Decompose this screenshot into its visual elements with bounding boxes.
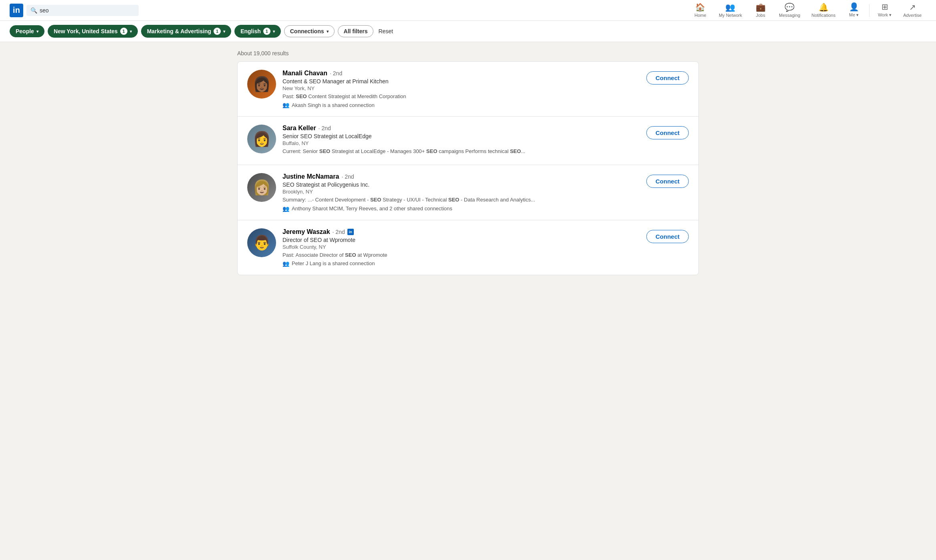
location-filter[interactable]: New York, United States 1 ▾	[48, 25, 138, 38]
person-snippet: Past: Associate Director of SEO at Wprom…	[282, 252, 640, 259]
person-title: SEO Strategist at Policygenius Inc.	[282, 181, 640, 188]
search-bar: 🔍	[26, 5, 139, 16]
reset-button[interactable]: Reset	[378, 28, 393, 34]
nav-divider	[869, 4, 869, 17]
people-filter[interactable]: People ▾	[10, 25, 44, 37]
search-input[interactable]	[40, 7, 135, 14]
main-content: About 19,000 results 👩🏾 Manali Chavan · …	[228, 42, 708, 283]
person-snippet: Current: Senior SEO Strategist at LocalE…	[282, 148, 640, 155]
nav-work-label: Work ▾	[878, 12, 892, 18]
table-row: 👩 Sara Keller · 2nd Senior SEO Strategis…	[238, 117, 698, 165]
shared-connections-icon: 👥	[282, 260, 289, 267]
main-nav: 🏠 Home 👥 My Network 💼 Jobs 💬 Messaging 🔔…	[688, 0, 926, 21]
person-degree: · 2nd	[341, 173, 354, 180]
shared-connections-text: Akash Singh is a shared connection	[292, 102, 375, 108]
linkedin-badge-icon: in	[347, 229, 354, 235]
filter-bar: People ▾ New York, United States 1 ▾ Mar…	[0, 21, 936, 42]
industry-filter[interactable]: Marketing & Advertising 1 ▾	[141, 25, 232, 38]
avatar[interactable]: 👩🏼	[247, 173, 276, 202]
table-row: 👩🏾 Manali Chavan · 2nd Content & SEO Man…	[238, 62, 698, 117]
nav-messaging-label: Messaging	[779, 13, 800, 18]
person-location: Suffolk County, NY	[282, 244, 640, 250]
my-network-icon: 👥	[725, 2, 735, 12]
shared-connections-icon: 👥	[282, 102, 289, 108]
nav-advertise[interactable]: ↗ Advertise	[898, 0, 926, 21]
connections-filter[interactable]: Connections ▾	[284, 25, 335, 37]
industry-chevron-icon: ▾	[223, 29, 225, 34]
person-name[interactable]: Sara Keller	[282, 125, 316, 132]
nav-my-network[interactable]: 👥 My Network	[714, 0, 747, 21]
person-name-line: Sara Keller · 2nd	[282, 125, 640, 132]
connect-button[interactable]: Connect	[646, 126, 689, 139]
nav-messaging[interactable]: 💬 Messaging	[774, 0, 805, 21]
person-location: Brooklyn, NY	[282, 189, 640, 195]
nav-home-label: Home	[694, 13, 706, 18]
location-chevron-icon: ▾	[130, 29, 132, 34]
industry-filter-label: Marketing & Advertising	[147, 28, 212, 34]
shared-connections: 👥 Peter J Lang is a shared connection	[282, 260, 640, 267]
shared-connections: 👥 Anthony Sharot MCIM, Terry Reeves, and…	[282, 205, 640, 212]
shared-connections-icon: 👥	[282, 205, 289, 212]
jobs-icon: 💼	[756, 2, 766, 12]
nav-advertise-label: Advertise	[903, 13, 922, 18]
connect-button[interactable]: Connect	[646, 71, 689, 85]
person-degree: · 2nd	[319, 125, 331, 131]
connect-button[interactable]: Connect	[646, 230, 689, 243]
results-count: About 19,000 results	[237, 50, 699, 56]
advertise-icon: ↗	[909, 2, 916, 12]
person-degree: · 2nd	[330, 70, 342, 77]
person-location: Buffalo, NY	[282, 140, 640, 146]
search-icon: 🔍	[30, 7, 37, 14]
language-filter-badge: 1	[263, 28, 270, 35]
connect-button[interactable]: Connect	[646, 175, 689, 188]
person-title: Director of SEO at Wpromote	[282, 237, 640, 243]
person-degree: · 2nd	[333, 229, 345, 235]
avatar[interactable]: 👨	[247, 228, 276, 257]
all-filters-button[interactable]: All filters	[338, 25, 374, 37]
nav-work[interactable]: ⊞ Work ▾	[873, 0, 897, 21]
person-info: Justine McNamara · 2nd SEO Strategist at…	[282, 173, 640, 212]
location-filter-badge: 1	[120, 28, 127, 35]
language-filter-label: English	[240, 28, 261, 34]
me-icon: 👤	[849, 2, 859, 12]
nav-my-network-label: My Network	[719, 13, 742, 18]
shared-connections: 👥 Akash Singh is a shared connection	[282, 102, 640, 108]
avatar-image: 👩🏾	[253, 76, 271, 93]
avatar-image: 👩🏼	[253, 179, 271, 196]
person-name[interactable]: Manali Chavan	[282, 70, 327, 77]
nav-home[interactable]: 🏠 Home	[688, 0, 712, 21]
person-name[interactable]: Justine McNamara	[282, 173, 339, 180]
person-location: New York, NY	[282, 85, 640, 91]
shared-connections-text: Anthony Sharot MCIM, Terry Reeves, and 2…	[292, 205, 452, 212]
person-info: Sara Keller · 2nd Senior SEO Strategist …	[282, 125, 640, 157]
location-filter-label: New York, United States	[54, 28, 118, 34]
results-card: 👩🏾 Manali Chavan · 2nd Content & SEO Man…	[237, 61, 699, 275]
nav-notifications-label: Notifications	[811, 13, 835, 18]
person-snippet: Past: SEO Content Strategist at Meredith…	[282, 93, 640, 100]
person-name-line: Justine McNamara · 2nd	[282, 173, 640, 180]
language-chevron-icon: ▾	[273, 29, 275, 34]
header: in 🔍 🏠 Home 👥 My Network 💼 Jobs 💬 Messag…	[0, 0, 936, 21]
people-chevron-icon: ▾	[36, 29, 38, 34]
avatar-image: 👨	[253, 234, 271, 251]
person-title: Content & SEO Manager at Primal Kitchen	[282, 78, 640, 85]
messaging-icon: 💬	[785, 2, 795, 12]
person-title: Senior SEO Strategist at LocalEdge	[282, 133, 640, 139]
person-info: Manali Chavan · 2nd Content & SEO Manage…	[282, 70, 640, 108]
avatar[interactable]: 👩🏾	[247, 70, 276, 99]
people-filter-label: People	[16, 28, 34, 34]
person-info: Jeremy Waszak · 2nd in Director of SEO a…	[282, 228, 640, 267]
shared-connections-text: Peter J Lang is a shared connection	[292, 260, 375, 266]
nav-notifications[interactable]: 🔔 Notifications	[807, 0, 840, 21]
language-filter[interactable]: English 1 ▾	[234, 25, 281, 38]
connections-filter-label: Connections	[290, 28, 324, 34]
nav-me[interactable]: 👤 Me ▾	[842, 0, 866, 21]
person-name[interactable]: Jeremy Waszak	[282, 228, 330, 236]
nav-jobs[interactable]: 💼 Jobs	[748, 0, 773, 21]
person-snippet: Summary: ...- Content Development - SEO …	[282, 196, 640, 203]
linkedin-logo[interactable]: in	[10, 4, 23, 17]
industry-filter-badge: 1	[214, 28, 221, 35]
notifications-icon: 🔔	[819, 2, 829, 12]
connections-chevron-icon: ▾	[327, 29, 329, 34]
avatar[interactable]: 👩	[247, 125, 276, 153]
